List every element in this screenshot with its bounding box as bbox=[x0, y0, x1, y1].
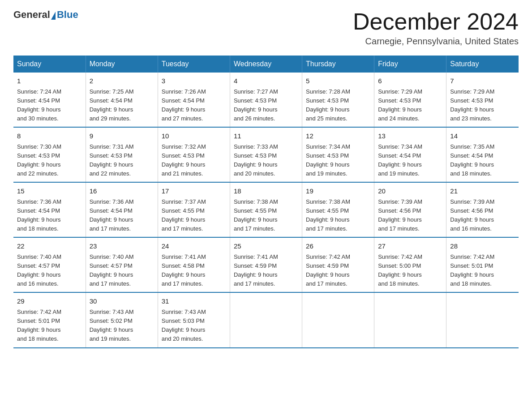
calendar-day-cell: 23 Sunrise: 7:40 AMSunset: 4:57 PMDaylig… bbox=[86, 237, 158, 292]
calendar-day-cell: 29 Sunrise: 7:42 AMSunset: 5:01 PMDaylig… bbox=[13, 292, 86, 347]
calendar-table: Sunday Monday Tuesday Wednesday Thursday… bbox=[13, 56, 519, 348]
day-number: 30 bbox=[90, 296, 154, 307]
calendar-day-cell: 8 Sunrise: 7:30 AMSunset: 4:53 PMDayligh… bbox=[13, 127, 86, 182]
day-number: 9 bbox=[90, 131, 154, 141]
logo: General Blue bbox=[13, 9, 78, 21]
col-thursday: Thursday bbox=[302, 56, 374, 73]
title-section: December 2024 Carnegie, Pennsylvania, Un… bbox=[353, 9, 519, 47]
day-info: Sunrise: 7:39 AMSunset: 4:56 PMDaylight:… bbox=[450, 198, 494, 232]
day-number: 25 bbox=[234, 241, 298, 252]
day-number: 21 bbox=[450, 186, 515, 197]
day-info: Sunrise: 7:42 AMSunset: 5:01 PMDaylight:… bbox=[450, 253, 494, 287]
day-info: Sunrise: 7:32 AMSunset: 4:53 PMDaylight:… bbox=[162, 143, 206, 177]
calendar-day-cell: 30 Sunrise: 7:43 AMSunset: 5:02 PMDaylig… bbox=[86, 292, 158, 347]
calendar-day-cell: 3 Sunrise: 7:26 AMSunset: 4:54 PMDayligh… bbox=[158, 73, 230, 127]
day-info: Sunrise: 7:43 AMSunset: 5:02 PMDaylight:… bbox=[90, 308, 134, 342]
calendar-day-cell: 21 Sunrise: 7:39 AMSunset: 4:56 PMDaylig… bbox=[446, 182, 519, 237]
day-number: 29 bbox=[17, 296, 82, 307]
calendar-day-cell: 4 Sunrise: 7:27 AMSunset: 4:53 PMDayligh… bbox=[230, 73, 302, 127]
day-info: Sunrise: 7:40 AMSunset: 4:57 PMDaylight:… bbox=[90, 253, 134, 287]
day-number: 16 bbox=[90, 186, 154, 197]
calendar-week-row: 8 Sunrise: 7:30 AMSunset: 4:53 PMDayligh… bbox=[13, 127, 519, 182]
calendar-day-cell: 20 Sunrise: 7:39 AMSunset: 4:56 PMDaylig… bbox=[374, 182, 446, 237]
day-info: Sunrise: 7:36 AMSunset: 4:54 PMDaylight:… bbox=[90, 198, 134, 232]
calendar-day-cell: 7 Sunrise: 7:29 AMSunset: 4:53 PMDayligh… bbox=[446, 73, 519, 127]
calendar-day-cell: 22 Sunrise: 7:40 AMSunset: 4:57 PMDaylig… bbox=[13, 237, 86, 292]
col-saturday: Saturday bbox=[446, 56, 519, 73]
day-number: 20 bbox=[378, 186, 442, 197]
calendar-day-cell: 24 Sunrise: 7:41 AMSunset: 4:58 PMDaylig… bbox=[158, 237, 230, 292]
day-info: Sunrise: 7:35 AMSunset: 4:54 PMDaylight:… bbox=[450, 143, 494, 177]
day-number: 31 bbox=[162, 296, 226, 307]
day-info: Sunrise: 7:36 AMSunset: 4:54 PMDaylight:… bbox=[17, 198, 61, 232]
calendar-day-cell: 13 Sunrise: 7:34 AMSunset: 4:54 PMDaylig… bbox=[374, 127, 446, 182]
calendar-day-cell: 17 Sunrise: 7:37 AMSunset: 4:55 PMDaylig… bbox=[158, 182, 230, 237]
month-title: December 2024 bbox=[353, 9, 519, 34]
day-info: Sunrise: 7:38 AMSunset: 4:55 PMDaylight:… bbox=[234, 198, 278, 232]
calendar-day-cell: 31 Sunrise: 7:43 AMSunset: 5:03 PMDaylig… bbox=[158, 292, 230, 347]
day-number: 27 bbox=[378, 241, 442, 252]
day-number: 5 bbox=[306, 76, 370, 86]
day-info: Sunrise: 7:28 AMSunset: 4:53 PMDaylight:… bbox=[306, 88, 350, 122]
day-info: Sunrise: 7:41 AMSunset: 4:58 PMDaylight:… bbox=[162, 253, 206, 287]
calendar-day-cell: 2 Sunrise: 7:25 AMSunset: 4:54 PMDayligh… bbox=[86, 73, 158, 127]
calendar-day-cell: 5 Sunrise: 7:28 AMSunset: 4:53 PMDayligh… bbox=[302, 73, 374, 127]
day-number: 4 bbox=[234, 76, 298, 86]
day-number: 10 bbox=[162, 131, 226, 141]
day-number: 23 bbox=[90, 241, 154, 252]
calendar-day-cell bbox=[374, 292, 446, 347]
logo-arrow-icon bbox=[51, 12, 56, 20]
day-info: Sunrise: 7:26 AMSunset: 4:54 PMDaylight:… bbox=[162, 88, 206, 122]
day-number: 26 bbox=[306, 241, 370, 252]
day-info: Sunrise: 7:34 AMSunset: 4:53 PMDaylight:… bbox=[306, 143, 350, 177]
calendar-day-cell: 6 Sunrise: 7:29 AMSunset: 4:53 PMDayligh… bbox=[374, 73, 446, 127]
day-number: 2 bbox=[90, 76, 154, 86]
day-number: 12 bbox=[306, 131, 370, 141]
day-info: Sunrise: 7:38 AMSunset: 4:55 PMDaylight:… bbox=[306, 198, 350, 232]
day-info: Sunrise: 7:27 AMSunset: 4:53 PMDaylight:… bbox=[234, 88, 278, 122]
calendar-day-cell: 26 Sunrise: 7:42 AMSunset: 4:59 PMDaylig… bbox=[302, 237, 374, 292]
calendar-header-row: Sunday Monday Tuesday Wednesday Thursday… bbox=[13, 56, 519, 73]
day-info: Sunrise: 7:42 AMSunset: 4:59 PMDaylight:… bbox=[306, 253, 350, 287]
day-info: Sunrise: 7:41 AMSunset: 4:59 PMDaylight:… bbox=[234, 253, 278, 287]
day-info: Sunrise: 7:42 AMSunset: 5:01 PMDaylight:… bbox=[17, 308, 61, 342]
col-wednesday: Wednesday bbox=[230, 56, 302, 73]
calendar-day-cell bbox=[446, 292, 519, 347]
day-number: 18 bbox=[234, 186, 298, 197]
day-number: 28 bbox=[450, 241, 515, 252]
day-number: 3 bbox=[162, 76, 226, 86]
page-header: General Blue December 2024 Carnegie, Pen… bbox=[13, 9, 519, 47]
day-info: Sunrise: 7:37 AMSunset: 4:55 PMDaylight:… bbox=[162, 198, 206, 232]
calendar-week-row: 15 Sunrise: 7:36 AMSunset: 4:54 PMDaylig… bbox=[13, 182, 519, 237]
day-number: 15 bbox=[17, 186, 82, 197]
day-info: Sunrise: 7:34 AMSunset: 4:54 PMDaylight:… bbox=[378, 143, 422, 177]
day-info: Sunrise: 7:25 AMSunset: 4:54 PMDaylight:… bbox=[90, 88, 134, 122]
day-info: Sunrise: 7:42 AMSunset: 5:00 PMDaylight:… bbox=[378, 253, 422, 287]
calendar-day-cell: 28 Sunrise: 7:42 AMSunset: 5:01 PMDaylig… bbox=[446, 237, 519, 292]
location-text: Carnegie, Pennsylvania, United States bbox=[353, 36, 519, 47]
calendar-day-cell bbox=[230, 292, 302, 347]
day-info: Sunrise: 7:33 AMSunset: 4:53 PMDaylight:… bbox=[234, 143, 278, 177]
day-info: Sunrise: 7:29 AMSunset: 4:53 PMDaylight:… bbox=[450, 88, 494, 122]
day-info: Sunrise: 7:30 AMSunset: 4:53 PMDaylight:… bbox=[17, 143, 61, 177]
logo-blue-text: Blue bbox=[57, 9, 78, 21]
calendar-day-cell bbox=[302, 292, 374, 347]
day-number: 14 bbox=[450, 131, 515, 141]
day-info: Sunrise: 7:29 AMSunset: 4:53 PMDaylight:… bbox=[378, 88, 422, 122]
calendar-day-cell: 12 Sunrise: 7:34 AMSunset: 4:53 PMDaylig… bbox=[302, 127, 374, 182]
day-info: Sunrise: 7:43 AMSunset: 5:03 PMDaylight:… bbox=[162, 308, 206, 342]
calendar-day-cell: 27 Sunrise: 7:42 AMSunset: 5:00 PMDaylig… bbox=[374, 237, 446, 292]
col-sunday: Sunday bbox=[13, 56, 86, 73]
calendar-week-row: 1 Sunrise: 7:24 AMSunset: 4:54 PMDayligh… bbox=[13, 73, 519, 127]
day-info: Sunrise: 7:24 AMSunset: 4:54 PMDaylight:… bbox=[17, 88, 61, 122]
col-friday: Friday bbox=[374, 56, 446, 73]
calendar-day-cell: 16 Sunrise: 7:36 AMSunset: 4:54 PMDaylig… bbox=[86, 182, 158, 237]
col-tuesday: Tuesday bbox=[158, 56, 230, 73]
day-info: Sunrise: 7:31 AMSunset: 4:53 PMDaylight:… bbox=[90, 143, 134, 177]
calendar-week-row: 29 Sunrise: 7:42 AMSunset: 5:01 PMDaylig… bbox=[13, 292, 519, 347]
day-number: 7 bbox=[450, 76, 515, 86]
day-number: 6 bbox=[378, 76, 442, 86]
day-number: 22 bbox=[17, 241, 82, 252]
day-number: 13 bbox=[378, 131, 442, 141]
calendar-day-cell: 10 Sunrise: 7:32 AMSunset: 4:53 PMDaylig… bbox=[158, 127, 230, 182]
